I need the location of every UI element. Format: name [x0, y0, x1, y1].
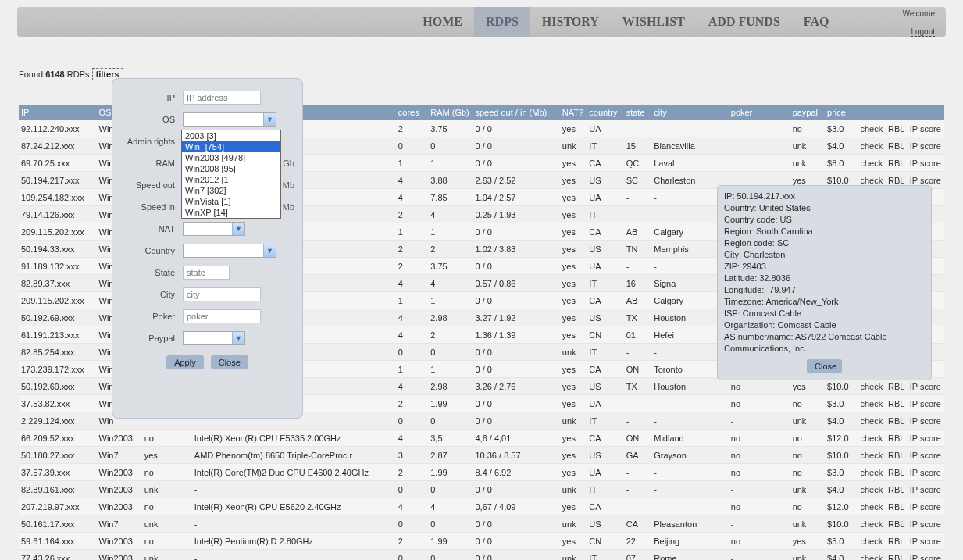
rbl-link[interactable]: RBL: [888, 537, 904, 546]
table-row[interactable]: 66.209.52.xxxWin2003noIntel(R) Xeon(R) C…: [19, 430, 944, 447]
ipscore-link[interactable]: IP score: [910, 451, 941, 460]
table-row[interactable]: 59.61.164.xxxWin2003noIntel(R) Pentium(R…: [19, 533, 944, 550]
col-state[interactable]: state: [624, 108, 652, 117]
ipscore-link[interactable]: IP score: [910, 124, 941, 134]
rbl-link[interactable]: RBL: [888, 502, 904, 512]
table-row[interactable]: 82.89.161.xxxWin2003unk-000 / 0unkIT---u…: [19, 481, 944, 498]
rbl-link[interactable]: RBL: [888, 485, 904, 494]
table-row[interactable]: 207.219.97.xxxWin2003noIntel(R) Xeon(R) …: [19, 498, 944, 515]
check-link[interactable]: check: [860, 485, 883, 494]
check-link[interactable]: check: [860, 519, 883, 529]
col-city[interactable]: city: [651, 108, 729, 117]
check-link[interactable]: check: [860, 554, 883, 561]
check-link[interactable]: check: [860, 416, 883, 426]
nav-addfunds[interactable]: ADD FUNDS: [697, 7, 792, 37]
rbl-link[interactable]: RBL: [888, 124, 904, 134]
os-option[interactable]: Win2003 [4978]: [182, 152, 280, 163]
filter-city-input[interactable]: [183, 287, 261, 301]
nav-history[interactable]: HISTORY: [530, 7, 611, 37]
ipscore-link[interactable]: IP score: [910, 433, 941, 443]
filter-ip-input[interactable]: [183, 91, 261, 105]
rbl-link[interactable]: RBL: [888, 433, 904, 443]
ipscore-link[interactable]: IP score: [910, 399, 941, 408]
os-option[interactable]: WinXP [14]: [182, 207, 280, 218]
os-option[interactable]: Win7 [302]: [182, 185, 280, 196]
unit-gb: Gb: [283, 159, 294, 168]
rbl-link[interactable]: RBL: [888, 176, 904, 185]
filter-poker-input[interactable]: [183, 309, 261, 323]
ipscore-link[interactable]: IP score: [910, 468, 941, 477]
found-line: Found 6148 RDPs filters: [19, 68, 123, 80]
check-link[interactable]: check: [860, 176, 883, 185]
col-price[interactable]: price: [825, 108, 858, 117]
ipscore-link[interactable]: IP score: [910, 554, 941, 561]
check-link[interactable]: check: [860, 537, 883, 546]
check-link[interactable]: check: [860, 399, 883, 408]
os-option[interactable]: WinVista [1]: [182, 196, 280, 207]
col-ram[interactable]: RAM (Gb): [428, 108, 473, 117]
nav-home[interactable]: HOME: [411, 7, 474, 37]
col-nat[interactable]: NAT?: [560, 108, 587, 117]
lbl-os: OS: [120, 115, 183, 124]
col-paypal[interactable]: paypal: [790, 108, 825, 117]
nav-wishlist[interactable]: WISHLIST: [611, 7, 697, 37]
check-link[interactable]: check: [860, 159, 883, 168]
rbl-link[interactable]: RBL: [888, 399, 904, 408]
col-speed[interactable]: speed out / in (Mb): [473, 108, 559, 117]
rbl-link[interactable]: RBL: [888, 159, 904, 168]
logout-link[interactable]: Logout: [911, 27, 935, 37]
filter-country-select[interactable]: ▼: [183, 244, 276, 258]
ip-info-tooltip: IP: 50.194.217.xxxCountry: United States…: [717, 185, 932, 380]
ipscore-link[interactable]: IP score: [910, 519, 941, 529]
ipscore-link[interactable]: IP score: [910, 537, 941, 546]
check-link[interactable]: check: [860, 141, 883, 151]
col-cores[interactable]: cores: [396, 108, 428, 117]
rbl-link[interactable]: RBL: [888, 382, 904, 391]
ipscore-link[interactable]: IP score: [910, 382, 941, 391]
rbl-link[interactable]: RBL: [888, 451, 904, 460]
chevron-down-icon: ▼: [232, 223, 244, 235]
os-option[interactable]: Win- [754]: [182, 141, 280, 152]
rbl-link[interactable]: RBL: [888, 416, 904, 426]
table-row[interactable]: 50.161.17.xxxWin7unk-000 / 0unkUSCAPleas…: [19, 515, 944, 533]
filter-os-select[interactable]: ▼: [183, 112, 276, 127]
col-poker[interactable]: poker: [729, 108, 790, 117]
check-link[interactable]: check: [860, 451, 883, 460]
rbl-link[interactable]: RBL: [888, 468, 904, 477]
filter-state-input[interactable]: [183, 266, 230, 280]
ipscore-link[interactable]: IP score: [910, 176, 941, 185]
filter-nat-select[interactable]: ▼: [183, 222, 245, 236]
lbl-speedin: Speed in: [120, 202, 183, 212]
ipscore-link[interactable]: IP score: [910, 502, 941, 512]
os-dropdown-list[interactable]: 2003 [3]Win- [754]Win2003 [4978]Win2008 …: [181, 130, 281, 219]
close-tooltip-button[interactable]: Close: [807, 359, 842, 373]
check-link[interactable]: check: [860, 124, 883, 134]
rbl-link[interactable]: RBL: [888, 141, 904, 151]
os-option[interactable]: 2003 [3]: [182, 130, 280, 141]
check-link[interactable]: check: [860, 382, 883, 391]
rbl-link[interactable]: RBL: [888, 519, 904, 529]
table-row[interactable]: 37.57.39.xxxWin2003noIntel(R) Core(TM)2 …: [19, 464, 944, 481]
rbl-link[interactable]: RBL: [888, 554, 904, 561]
nav-faq[interactable]: FAQ: [792, 7, 841, 37]
filter-paypal-select[interactable]: ▼: [183, 331, 245, 345]
os-option[interactable]: Win2008 [95]: [182, 163, 280, 174]
table-row[interactable]: 50.180.27.xxxWin7yesAMD Phenom(tm) 8650 …: [19, 447, 944, 464]
found-count: 6148: [45, 70, 64, 79]
ipscore-link[interactable]: IP score: [910, 485, 941, 494]
check-link[interactable]: check: [860, 502, 883, 512]
apply-button[interactable]: Apply: [166, 355, 204, 369]
col-country[interactable]: country: [587, 108, 623, 117]
check-link[interactable]: check: [860, 433, 883, 443]
lbl-paypal: Paypal: [120, 334, 183, 343]
lbl-poker: Poker: [120, 312, 183, 321]
table-row[interactable]: 77.43.26.xxxWin2003unk-000 / 0unkIT07Rom…: [19, 550, 944, 560]
ipscore-link[interactable]: IP score: [910, 416, 941, 426]
ipscore-link[interactable]: IP score: [910, 141, 941, 151]
ipscore-link[interactable]: IP score: [910, 159, 941, 168]
nav-rdps[interactable]: RDPS: [474, 7, 530, 37]
os-option[interactable]: Win2012 [1]: [182, 174, 280, 185]
col-ip[interactable]: IP: [19, 108, 97, 117]
close-filter-button[interactable]: Close: [211, 355, 248, 369]
check-link[interactable]: check: [860, 468, 883, 477]
